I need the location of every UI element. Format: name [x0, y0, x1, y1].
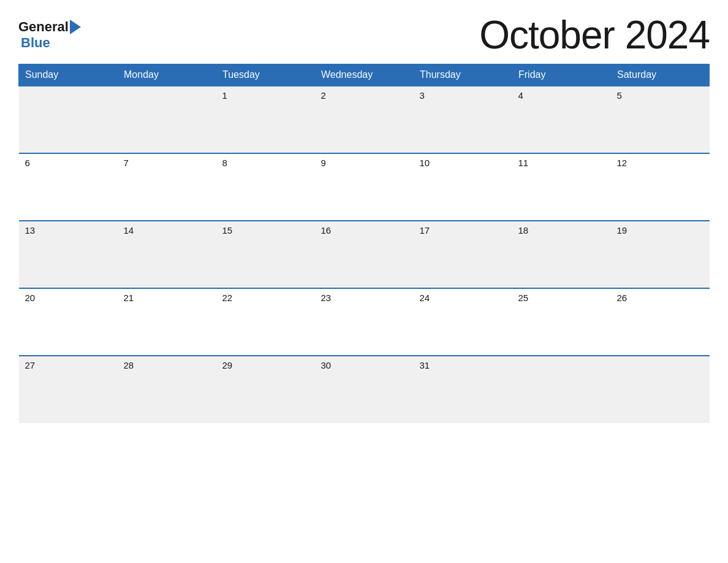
calendar-cell: 19	[611, 221, 710, 288]
day-number: 30	[321, 360, 332, 370]
month-title: October 2024	[479, 12, 710, 58]
day-number: 21	[124, 293, 134, 303]
calendar-cell: 12	[611, 153, 710, 221]
calendar-cell: 9	[315, 153, 414, 221]
header-day-friday: Friday	[512, 64, 611, 86]
day-number: 10	[420, 158, 430, 168]
header-day-tuesday: Tuesday	[216, 64, 315, 86]
calendar-cell: 22	[216, 288, 315, 356]
calendar-cell: 21	[118, 288, 216, 356]
day-number: 25	[518, 293, 529, 303]
calendar-cell: 5	[611, 86, 710, 153]
calendar-cell: 26	[611, 288, 710, 356]
day-number: 18	[518, 225, 529, 236]
calendar-cell: 29	[216, 356, 315, 423]
day-number: 23	[321, 293, 332, 303]
day-number: 1	[222, 90, 227, 101]
header-day-sunday: Sunday	[19, 64, 118, 86]
calendar-cell: 14	[118, 221, 216, 288]
day-number: 4	[518, 90, 523, 101]
calendar-cell	[611, 356, 710, 423]
calendar-cell: 3	[414, 86, 512, 153]
calendar-cell: 28	[118, 356, 216, 423]
logo-triangle-icon	[70, 20, 81, 34]
calendar-cell: 11	[512, 153, 611, 221]
page-header: General Blue October 2024	[18, 12, 710, 58]
calendar-week-row-2: 6789101112	[19, 153, 710, 221]
calendar-cell: 18	[512, 221, 611, 288]
day-number: 14	[124, 225, 134, 236]
calendar-cell: 17	[414, 221, 512, 288]
header-day-wednesday: Wednesday	[315, 64, 414, 86]
day-number: 28	[124, 360, 134, 370]
calendar-cell	[118, 86, 216, 153]
day-number: 22	[222, 293, 233, 303]
calendar-cell: 6	[19, 153, 118, 221]
calendar-cell: 16	[315, 221, 414, 288]
day-number: 17	[420, 225, 430, 236]
logo-general-text: General	[18, 19, 69, 35]
calendar-cell: 31	[414, 356, 512, 423]
day-number: 3	[420, 90, 425, 101]
header-day-monday: Monday	[118, 64, 216, 86]
calendar-cell: 8	[216, 153, 315, 221]
day-number: 9	[321, 158, 326, 168]
header-day-saturday: Saturday	[611, 64, 710, 86]
logo-blue-text: Blue	[21, 35, 50, 51]
day-number: 8	[222, 158, 227, 168]
calendar-cell: 7	[118, 153, 216, 221]
calendar-cell: 27	[19, 356, 118, 423]
calendar-cell: 24	[414, 288, 512, 356]
day-number: 12	[617, 158, 628, 168]
day-number: 24	[420, 293, 430, 303]
day-number: 20	[25, 293, 36, 303]
day-number: 5	[617, 90, 622, 101]
calendar-week-row-4: 20212223242526	[19, 288, 710, 356]
calendar-cell: 30	[315, 356, 414, 423]
day-number: 27	[25, 360, 36, 370]
calendar-cell: 20	[19, 288, 118, 356]
calendar-week-row-5: 2728293031	[19, 356, 710, 423]
day-number: 11	[518, 158, 529, 168]
calendar-cell	[512, 356, 611, 423]
calendar-cell: 1	[216, 86, 315, 153]
day-number: 13	[25, 225, 36, 236]
logo: General Blue	[18, 19, 81, 51]
calendar-cell: 25	[512, 288, 611, 356]
calendar-cell: 2	[315, 86, 414, 153]
day-number: 29	[222, 360, 233, 370]
day-number: 7	[124, 158, 129, 168]
calendar-cell: 23	[315, 288, 414, 356]
calendar-cell	[19, 86, 118, 153]
calendar-cell: 15	[216, 221, 315, 288]
header-day-thursday: Thursday	[414, 64, 512, 86]
day-number: 26	[617, 293, 628, 303]
day-number: 19	[617, 225, 628, 236]
day-number: 6	[25, 158, 30, 168]
calendar-header-row: SundayMondayTuesdayWednesdayThursdayFrid…	[19, 64, 710, 86]
day-number: 2	[321, 90, 326, 101]
calendar-cell: 13	[19, 221, 118, 288]
calendar-week-row-1: 12345	[19, 86, 710, 153]
day-number: 16	[321, 225, 332, 236]
calendar-cell: 10	[414, 153, 512, 221]
calendar-cell: 4	[512, 86, 611, 153]
day-number: 31	[420, 360, 430, 370]
calendar-week-row-3: 13141516171819	[19, 221, 710, 288]
day-number: 15	[222, 225, 233, 236]
calendar-table: SundayMondayTuesdayWednesdayThursdayFrid…	[18, 64, 710, 423]
